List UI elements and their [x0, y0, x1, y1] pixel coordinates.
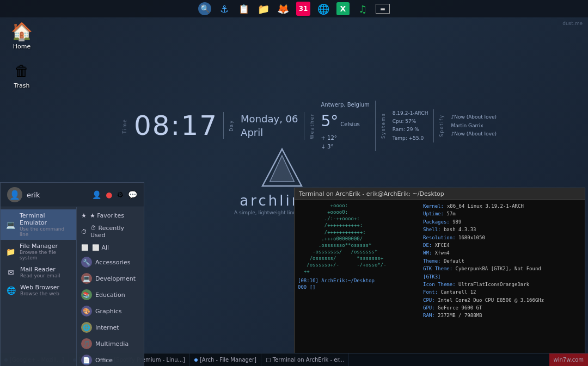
education-label: Education	[95, 291, 125, 299]
start-menu-header: 👤 erik 👤 ● ⚙ 💬	[1, 183, 144, 207]
conky-systems-block: Systems 8.19.2-1-ARCH Cpu: 57% Ram: 29 %…	[376, 109, 434, 142]
start-item-mail[interactable]: ✉ Mail Reader Read your email	[1, 263, 76, 281]
office-label: Office	[95, 357, 113, 364]
taskbar-bottom-right: win7w.com	[549, 353, 588, 366]
taskbar-item-terminal[interactable]: □ Terminal on ArchErik - er...	[261, 353, 349, 366]
conky-time-value: 08:17	[134, 112, 218, 139]
home-icon: 🏠	[12, 22, 32, 41]
start-internet[interactable]: 🌐 Internet	[77, 319, 144, 336]
start-mail-sub: Read your email	[20, 273, 60, 278]
browser-app-icon: 🌐	[6, 286, 16, 295]
filemanager-icon: 📁	[6, 247, 15, 256]
spotify-icon[interactable]: ♫	[356, 2, 369, 15]
conky-time-block: Time 08:17	[117, 112, 224, 139]
start-item-terminal[interactable]: 💻 Terminal Emulator Use the command line	[1, 209, 76, 240]
sys-ram: Ram: 29 %	[393, 126, 428, 134]
all-icon: ⬜	[81, 244, 89, 251]
weather-temp: 5°	[321, 109, 339, 134]
red-dot-icon[interactable]: ●	[106, 190, 112, 199]
sys-cpu: Cpu: 57%	[393, 117, 428, 126]
mail-app-icon: ✉	[6, 268, 16, 277]
conky-systems-info: 8.19.2-1-ARCH Cpu: 57% Ram: 29 % Temp: +…	[393, 109, 428, 142]
conky-weather-label: Weather	[310, 113, 315, 139]
conky-time-label: Time	[122, 119, 127, 134]
start-terminal-sub: Use the command line	[20, 226, 71, 237]
terminal-titlebar: Terminal on ArchErik - erik@ArchErik: ~/…	[295, 188, 585, 200]
terminal-app-icon: 💻	[6, 220, 15, 229]
svg-marker-1	[270, 156, 295, 182]
all-label: ⬜ All	[92, 244, 109, 251]
taskbar-right-label: win7w.com	[549, 353, 588, 366]
weather-unit: Celsius	[340, 120, 359, 129]
start-terminal-label: Terminal Emulator	[20, 212, 71, 226]
user-icon[interactable]: 👤	[92, 190, 101, 199]
start-fm-label: File Manager	[20, 243, 71, 250]
start-fm-sub: Browse the file system	[20, 250, 71, 260]
calendar-icon[interactable]: 31	[296, 2, 310, 16]
spotify-line1: ♪Now (About love)	[451, 113, 497, 121]
home-label: Home	[13, 43, 30, 50]
graphics-label: Graphics	[95, 308, 122, 315]
accessories-icon: 🔧	[81, 257, 92, 268]
start-browser-sub: Browse the web	[20, 291, 59, 296]
start-item-filemanager[interactable]: 📁 File Manager Browse the file system	[1, 240, 76, 263]
trash-label: Trash	[14, 82, 29, 89]
development-label: Development	[95, 275, 136, 282]
start-multimedia[interactable]: 🎵 Multimedia	[77, 336, 144, 352]
start-graphics[interactable]: 🎨 Graphics	[77, 303, 144, 319]
terminal-icon[interactable]: ▬	[376, 4, 390, 14]
terminal-sysinfo: Kernel:x86_64 Linux 3.19.2-1-ARCH Uptime…	[420, 200, 585, 356]
internet-icon: 🌐	[81, 322, 92, 333]
conky-weather-info: Antwerp, Belgium 5° Celsius + 12° ↓ 3°	[321, 101, 370, 151]
chat-icon[interactable]: 💬	[128, 190, 137, 199]
start-all[interactable]: ⬜ ⬜ All	[77, 241, 144, 254]
multimedia-icon: 🎵	[81, 338, 92, 349]
start-mail-label: Mail Reader	[20, 266, 60, 273]
internet-label: Internet	[95, 324, 119, 331]
favorites-label: ★ Favorites	[90, 212, 124, 219]
conky-day-label: Day	[229, 120, 234, 132]
anchor-icon[interactable]: ⚓	[218, 2, 231, 15]
spotify-line3: ♪Now (About love)	[451, 130, 497, 138]
start-menu-content: 💻 Terminal Emulator Use the command line…	[1, 207, 144, 366]
education-icon: 📚	[81, 289, 92, 300]
weather-high: + 12°	[321, 134, 370, 142]
recently-used-label: ⏱ Recently Used	[90, 225, 139, 239]
taskbar-terminal-label: □ Terminal on ArchErik - er...	[266, 357, 344, 363]
terminal-arch-art: +oooo: +oooo0: ./:-++oooo+: /+++++++++++…	[295, 200, 420, 356]
multimedia-label: Multimedia	[95, 340, 128, 348]
taskbar-fm-label: [Arch - File Manager]	[200, 357, 256, 363]
taskbar-item-filemanager[interactable]: [Arch - File Manager]	[190, 353, 261, 366]
mail-icon[interactable]: 📋	[237, 2, 250, 15]
sys-kernel: 8.19.2-1-ARCH	[393, 109, 428, 117]
start-item-browser[interactable]: 🌐 Web Browser Browse the web	[1, 281, 76, 299]
start-menu-header-icons: 👤 ● ⚙ 💬	[92, 190, 137, 199]
start-recently-used[interactable]: ⏱ ⏱ Recently Used	[77, 222, 144, 241]
start-development[interactable]: 💻 Development	[77, 270, 144, 287]
conky-day-block: Day Monday, 06April	[224, 112, 304, 139]
sys-temp: Temp: +55.0	[393, 134, 428, 142]
start-education[interactable]: 📚 Education	[77, 287, 144, 303]
conky-weather-block: Weather Antwerp, Belgium 5° Celsius + 12…	[304, 101, 376, 151]
folder-icon[interactable]: 📁	[257, 2, 270, 15]
desktop-icon-home[interactable]: 🏠 Home	[5, 22, 38, 50]
settings-header-icon[interactable]: ⚙	[117, 190, 124, 199]
arch-triangle-icon	[260, 147, 304, 190]
browser-icon[interactable]: 🌐	[317, 2, 330, 15]
start-username: erik	[27, 191, 88, 199]
development-icon: 💻	[81, 273, 92, 284]
spotify-line2: Martin Garrix	[451, 122, 497, 130]
start-favorites[interactable]: ★ ★ Favorites	[77, 209, 144, 222]
graphics-icon: 🎨	[81, 306, 92, 317]
terminal-body[interactable]: +oooo: +oooo0: ./:-++oooo+: /+++++++++++…	[295, 200, 585, 356]
accessories-label: Accessories	[95, 259, 130, 266]
search-icon[interactable]: 🔍	[198, 2, 211, 15]
start-office[interactable]: 📄 Office	[77, 352, 144, 366]
trash-icon: 🗑	[12, 61, 32, 80]
conky-spotify-info: ♪Now (About love) Martin Garrix ♪Now (Ab…	[451, 113, 497, 138]
x-icon[interactable]: X	[336, 2, 350, 15]
firefox-icon[interactable]: 🦊	[277, 2, 290, 15]
conky-widget: Time 08:17 Day Monday, 06April Weather A…	[117, 101, 502, 151]
start-accessories[interactable]: 🔧 Accessories	[77, 254, 144, 270]
desktop-icon-trash[interactable]: 🗑 Trash	[5, 61, 38, 89]
